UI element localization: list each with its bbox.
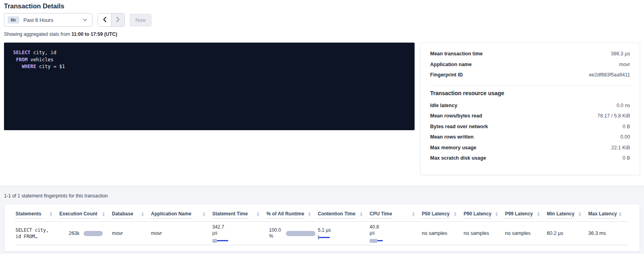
column-header-p99-latency[interactable]: P99 Latency	[505, 211, 547, 221]
contention-time-bar	[318, 235, 331, 239]
page-title: Transaction Details	[4, 2, 64, 10]
column-header-max-latency[interactable]: Max Latency	[588, 211, 628, 221]
summary-label: Mean rows written	[430, 134, 474, 140]
p90-latency-cell: no samples	[464, 222, 505, 245]
statements-table: Statements Execution Count Database Appl…	[4, 204, 640, 252]
summary-value: ee2df683f5aa9411	[589, 72, 630, 78]
chevron-left-icon	[103, 17, 107, 23]
statement-time-value: 342.7	[212, 224, 266, 230]
min-latency-cell: 60.2 µs	[547, 222, 588, 245]
summary-label: Max memory usage	[430, 145, 476, 150]
time-step-buttons	[98, 13, 125, 27]
column-header-p90-latency[interactable]: P90 Latency	[464, 211, 505, 221]
summary-value: 78.17 / 5.8 KiB	[597, 113, 630, 119]
column-header-contention-time[interactable]: Contention Time	[318, 211, 370, 221]
statements-section: 1-1 of 1 statement fingerprints for this…	[0, 186, 644, 254]
statement-text-line2: id FROM…	[16, 233, 59, 240]
sort-icon[interactable]	[257, 212, 259, 218]
sql-text: city, id	[30, 50, 56, 55]
sort-icon[interactable]	[412, 212, 415, 218]
summary-value: 0 B	[622, 155, 630, 161]
summary-row-mean-rows-written: Mean rows written 0.00	[430, 132, 630, 143]
sort-icon[interactable]	[50, 212, 52, 218]
statement-row: SELECT city, id FROM… 263k movr movr 342…	[16, 222, 628, 245]
column-header-percent-runtime[interactable]: % of All Runtime	[266, 211, 318, 221]
summary-row-application-name: Application name movr	[430, 59, 630, 70]
p50-latency-cell: no samples	[422, 222, 464, 245]
statement-time-cell: 342.7 µs	[212, 222, 266, 245]
column-header-statement-time[interactable]: Statement Time	[212, 211, 266, 221]
sort-icon[interactable]	[579, 212, 581, 218]
previous-interval-button[interactable]	[98, 14, 111, 26]
sql-text: vehicles	[27, 57, 53, 63]
database-value: movr	[112, 231, 151, 236]
summary-value: 0.0 ns	[617, 103, 630, 108]
percent-runtime-cell: 100.0 %	[266, 222, 318, 245]
sort-icon[interactable]	[537, 212, 540, 218]
stats-line-range: 11:00 to 17:59 (UTC)	[71, 31, 117, 37]
column-header-cpu-time[interactable]: CPU Time	[370, 211, 422, 221]
max-latency-value: 36.3 ms	[588, 231, 628, 236]
sql-line: FROM vehicles	[13, 57, 407, 64]
column-header-statements[interactable]: Statements	[16, 211, 59, 221]
summary-label: Application name	[430, 62, 472, 67]
chevron-right-icon	[116, 17, 120, 23]
sort-icon[interactable]	[619, 212, 621, 218]
summary-label: Fingerprint ID	[430, 72, 463, 78]
stats-line-prefix: Showing aggregated stats from	[4, 31, 71, 37]
statement-time-unit: µs	[212, 230, 266, 236]
time-range-dropdown[interactable]: 6h Past 6 Hours	[4, 13, 92, 27]
column-header-application-name[interactable]: Application Name	[151, 211, 212, 221]
sql-keyword: WHERE	[22, 64, 36, 69]
now-button[interactable]: Now	[130, 14, 151, 26]
column-header-p50-latency[interactable]: P50 Latency	[422, 211, 464, 221]
p50-latency-value: no samples	[422, 231, 464, 236]
p90-latency-value: no samples	[464, 231, 505, 236]
time-controls: 6h Past 6 Hours Now	[4, 13, 151, 27]
next-interval-button[interactable]	[111, 14, 124, 26]
application-name-cell: movr	[151, 222, 212, 245]
min-latency-value: 60.2 µs	[547, 231, 588, 236]
sql-text: city = $1	[36, 64, 65, 69]
statement-count-text: 1-1 of 1 statement fingerprints for this…	[4, 193, 108, 199]
execution-count-value: 263k	[69, 231, 79, 236]
p99-latency-cell: no samples	[505, 222, 547, 245]
summary-label: Max scratch disk usage	[430, 155, 486, 161]
sort-icon[interactable]	[102, 212, 105, 218]
transaction-details-page: Transaction Details 6h Past 6 Hours Now …	[0, 0, 644, 254]
cpu-time-value: 40.8	[370, 224, 422, 230]
column-header-database[interactable]: Database	[112, 211, 151, 221]
summary-row-mean-rows-bytes-read: Mean rows/bytes read 78.17 / 5.8 KiB	[430, 111, 630, 121]
column-header-min-latency[interactable]: Min Latency	[547, 211, 588, 221]
statement-time-bar	[212, 239, 229, 243]
summary-row-max-memory-usage: Max memory usage 22.1 KiB	[430, 143, 630, 153]
sql-keyword: SELECT	[13, 50, 30, 55]
time-range-badge: 6h	[8, 16, 19, 23]
column-header-execution-count[interactable]: Execution Count	[59, 211, 112, 221]
summary-row-bytes-read-over-network: Bytes read over network 0 B	[430, 121, 630, 132]
sort-icon[interactable]	[360, 212, 362, 218]
summary-label: Bytes read over network	[430, 124, 488, 129]
sort-icon[interactable]	[308, 212, 311, 218]
summary-label: Mean transaction time	[430, 51, 483, 57]
summary-row-max-scratch-disk-usage: Max scratch disk usage 0 B	[430, 153, 630, 164]
summary-row-idle-latency: Idle latency 0.0 ns	[430, 100, 630, 111]
p99-latency-value: no samples	[505, 231, 547, 236]
statement-link[interactable]: SELECT city, id FROM…	[16, 222, 59, 245]
contention-time-cell: 5.1 µs	[318, 222, 370, 245]
execution-count-cell: 263k	[59, 222, 112, 245]
summary-value: 0.00	[621, 134, 630, 140]
transaction-sql-box: SELECT city, id FROM vehicles WHERE city…	[4, 43, 415, 130]
sort-icon[interactable]	[495, 212, 498, 218]
sort-icon[interactable]	[454, 212, 456, 218]
sql-line: WHERE city = $1	[13, 63, 407, 70]
percent-runtime-unit: %	[269, 233, 281, 239]
percent-runtime-value: 100.0	[269, 227, 281, 233]
summary-row-fingerprint-id: Fingerprint ID ee2df683f5aa9411	[430, 70, 630, 80]
resource-usage-heading: Transaction resource usage	[430, 90, 630, 96]
summary-row-mean-transaction-time: Mean transaction time 386.3 µs	[430, 49, 630, 59]
execution-count-bar	[84, 231, 103, 236]
cpu-time-cell: 40.8 µs	[370, 222, 422, 245]
sort-icon[interactable]	[141, 212, 144, 218]
sort-icon[interactable]	[203, 212, 205, 218]
